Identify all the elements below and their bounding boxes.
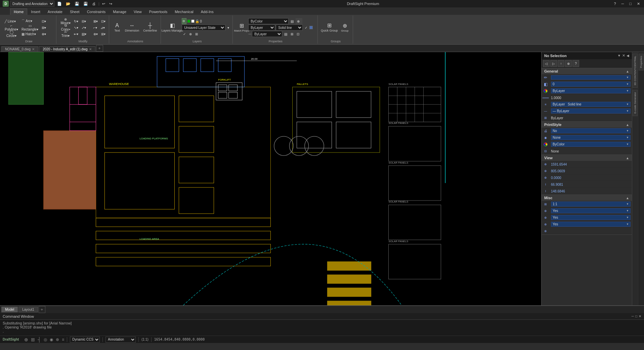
tab-annotate[interactable]: Annotate: [44, 8, 66, 15]
print-val-2[interactable]: None ▼: [550, 135, 632, 140]
fillet-btn[interactable]: ⌐▾: [92, 25, 98, 31]
props-icon2[interactable]: ⊞: [289, 31, 295, 37]
layer-linetype-dropdown[interactable]: ByLayer: [252, 31, 282, 37]
panel-collapse-btn[interactable]: ◀: [627, 53, 629, 58]
tab-insert[interactable]: Insert: [27, 8, 44, 15]
circle-btn[interactable]: ◯ Circle▾: [3, 31, 19, 37]
modify-extra4[interactable]: ⊞▾: [100, 31, 107, 37]
prop-val-1[interactable]: ▼: [550, 75, 632, 80]
tab-powertools[interactable]: Powertools: [145, 8, 171, 15]
linetype-extra[interactable]: ✓: [303, 25, 309, 31]
workspace-dropdown[interactable]: Drafting and Annotation: [10, 1, 54, 7]
erase-btn[interactable]: ⊠▾: [92, 18, 99, 24]
section-printstyle-header[interactable]: PrintStyle ▲: [542, 122, 632, 128]
tab-sheet[interactable]: Sheet: [66, 8, 83, 15]
layout-tab-layout1[interactable]: Layout1: [18, 307, 38, 312]
layer-tools-3[interactable]: ⊞: [194, 31, 199, 37]
section-misc-header[interactable]: Misc ▲: [542, 195, 632, 201]
prop-val-2[interactable]: 0 ▼: [550, 81, 632, 87]
lineweight-dropdown[interactable]: Solid line: [276, 25, 303, 31]
grid-btn[interactable]: ⊞: [31, 337, 35, 342]
panel-nav-5[interactable]: ?: [572, 60, 579, 67]
arc-btn[interactable]: ⌒ Arc▾: [20, 18, 34, 24]
close-btn[interactable]: ✕: [636, 1, 641, 7]
draw-extra1[interactable]: ⊡▾: [40, 18, 47, 24]
draw-extra3[interactable]: ⊕▾: [40, 31, 47, 37]
otrack-btn[interactable]: ⊕: [56, 337, 59, 342]
ortho-btn[interactable]: ┤: [38, 337, 41, 342]
layers-manager-btn[interactable]: ◧ Layers Manager: [164, 18, 181, 37]
doc-tab-1[interactable]: 2020 - Industry A_edit (1).dwg ✕: [39, 46, 95, 52]
lineweight-select[interactable]: — ByLayer ▼: [551, 108, 631, 114]
lineweight-btn[interactable]: ≡: [62, 337, 64, 342]
match-props-btn[interactable]: ⊞ Match Props: [235, 18, 248, 37]
maximize-btn[interactable]: □: [628, 1, 633, 6]
chamfer-btn[interactable]: ⊿▾: [99, 25, 106, 31]
props-icon1[interactable]: ▤: [283, 31, 289, 37]
annotation-select[interactable]: Annotation: [105, 337, 136, 343]
sidebar-3d-content[interactable]: 3D CONTENTCENTRAL: [633, 53, 638, 88]
snap-btn[interactable]: ⊕: [24, 337, 28, 342]
polyline-btn[interactable]: ⌐ Polyline▾: [3, 25, 19, 31]
props-icon3[interactable]: ⊡: [295, 31, 301, 37]
tab-mechanical[interactable]: Mechanical: [171, 8, 197, 15]
new-btn[interactable]: 📄: [56, 1, 63, 7]
print-val-3[interactable]: ByColor ▼: [550, 141, 632, 147]
layer-on-btn[interactable]: ⚙: [182, 18, 186, 24]
layer-select[interactable]: 0 ▼: [551, 82, 631, 87]
cmd-cursor[interactable]: _: [3, 333, 641, 336]
rotate-btn[interactable]: ↻▾: [73, 18, 80, 24]
undo-btn[interactable]: ↩: [101, 1, 106, 7]
canvas-area[interactable]: WAREHOUSE PALLETS FORKLIFT LOADING PLATF…: [0, 52, 541, 305]
quick-group-btn[interactable]: ⊞ Quick Group: [320, 18, 338, 37]
color-more[interactable]: ▤: [289, 18, 295, 24]
panel-nav-2[interactable]: ▷: [550, 60, 557, 67]
linetype-dropdown[interactable]: ByLayer: [248, 25, 275, 31]
open-btn[interactable]: 📂: [65, 1, 72, 7]
minimize-btn[interactable]: ─: [620, 1, 626, 6]
centerline-btn[interactable]: ┼ Centerline: [141, 18, 159, 37]
misc-val-2[interactable]: Yes ▼: [550, 208, 632, 214]
tab-constraints[interactable]: Constraints: [83, 8, 110, 15]
misc-val-4[interactable]: Yes ▼: [550, 221, 632, 227]
layer-tools-1[interactable]: ✓: [182, 31, 187, 37]
save-btn[interactable]: 💾: [73, 1, 81, 7]
prop-val-6[interactable]: — ByLayer ▼: [550, 108, 632, 114]
misc-val-1[interactable]: 1:1 ▼: [550, 201, 632, 207]
cmd-close[interactable]: ✕: [639, 314, 641, 318]
hatch-btn[interactable]: ▦ Hatch▾: [20, 31, 37, 37]
color-dropdown[interactable]: ByColor: [248, 18, 289, 24]
section-general-header[interactable]: General ▲: [542, 68, 632, 74]
layout-add-btn[interactable]: +: [39, 306, 45, 313]
mirror-btn[interactable]: ⊟▾: [80, 18, 87, 24]
scale-btn[interactable]: ⤡▾: [73, 25, 80, 31]
new-tab-btn[interactable]: +: [96, 45, 103, 52]
redo-btn[interactable]: ↪: [108, 1, 114, 7]
doc-tab-0-close[interactable]: ✕: [32, 47, 35, 51]
trim-btn[interactable]: ✂ Trim▾: [59, 31, 72, 37]
layer-state-dropdown[interactable]: Unsaved Layer State: [182, 25, 225, 31]
color-select[interactable]: ▼: [551, 75, 631, 80]
layout-tab-model[interactable]: Model: [1, 307, 18, 312]
extend-btn[interactable]: ⇤▾: [73, 31, 80, 37]
draw-extra2[interactable]: ⊞▾: [40, 25, 47, 31]
polar-btn[interactable]: ◎: [44, 337, 47, 342]
modify-extra2[interactable]: ⊡▾: [100, 18, 107, 24]
dimension-btn[interactable]: ↔ Dimension: [123, 18, 141, 37]
offset-btn[interactable]: ⤢▾: [80, 25, 87, 31]
panel-close-btn[interactable]: ✕: [622, 53, 625, 58]
modify-extra[interactable]: ▤▾: [80, 31, 88, 37]
sidebar-gcode[interactable]: G-code Generator: [633, 90, 638, 116]
panel-nav-4[interactable]: ⊕: [565, 60, 572, 67]
tab-addins[interactable]: Add-Ins: [197, 8, 217, 15]
group-extra-btn[interactable]: ⊕ Group: [339, 18, 351, 37]
doc-tab-0[interactable]: NONAME_0.dwg ✕: [1, 46, 38, 52]
color-pick[interactable]: ⊕: [296, 18, 302, 24]
doc-tab-1-close[interactable]: ✕: [89, 47, 92, 51]
layer-tools-2[interactable]: ⊕: [188, 31, 193, 37]
line-btn[interactable]: ╱ Line▾: [3, 18, 17, 24]
text-btn[interactable]: A Text: [112, 18, 123, 37]
linetype-select[interactable]: ByLayer Solid line ▼: [551, 102, 631, 107]
tab-manage[interactable]: Manage: [109, 8, 130, 15]
panel-nav-1[interactable]: ◁: [543, 60, 550, 67]
